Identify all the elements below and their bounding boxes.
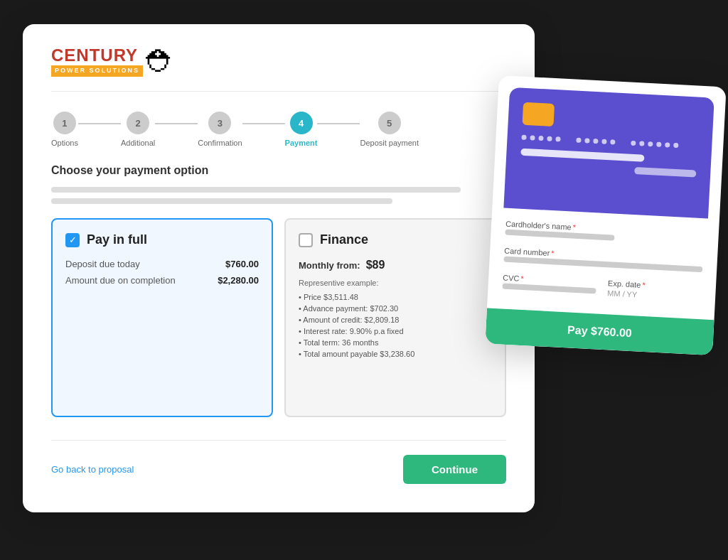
finance-list: Price $3,511.48 Advance payment: $702.30… <box>299 291 492 360</box>
step-3-label: Confirmation <box>198 139 242 147</box>
pay-in-full-checkbox[interactable]: ✓ <box>65 233 80 247</box>
payment-card-overlay: Cardholder's name * Card number * CVC * <box>485 75 726 355</box>
step-5-circle: 5 <box>378 112 401 134</box>
step-2[interactable]: 2 Additional <box>121 112 155 147</box>
card-form: Cardholder's name * Card number * CVC * <box>488 208 719 309</box>
connector-3-4 <box>242 123 285 124</box>
finance-item-5: Total amount payable $3,238.60 <box>299 348 492 360</box>
finance-item-3: Interest rate: 9.90% p.a fixed <box>299 325 492 337</box>
deposit-amount: $760.00 <box>225 259 259 269</box>
cvc-exp-row: CVC * Exp. date * MM / YY <box>502 274 702 308</box>
deposit-label: Deposit due today <box>65 259 140 269</box>
finance-header: Finance <box>299 232 492 247</box>
cvc-required: * <box>520 274 524 283</box>
step-5-label: Deposit payment <box>360 139 419 147</box>
step-3-circle: 3 <box>208 112 231 134</box>
finance-item-4: Total term: 36 months <box>299 337 492 348</box>
step-5[interactable]: 5 Deposit payment <box>360 112 419 147</box>
card-dots-row <box>521 135 697 149</box>
back-link[interactable]: Go back to proposal <box>51 464 134 475</box>
connector-4-5 <box>317 123 360 124</box>
pay-in-full-header: ✓ Pay in full <box>65 232 259 247</box>
exp-field: Exp. date * MM / YY <box>607 279 702 308</box>
helmet-icon: ⛑ <box>146 47 176 77</box>
step-2-circle: 2 <box>127 112 149 134</box>
logo-container: CENTURY POWER SOLUTIONS ⛑ <box>51 47 176 77</box>
logo-century: CENTURY <box>51 47 143 64</box>
step-4-circle: 4 <box>290 112 313 134</box>
finance-option[interactable]: Finance Monthly from: $89 Representive e… <box>284 218 506 417</box>
main-card: CENTURY POWER SOLUTIONS ⛑ 1 Options 2 Ad… <box>23 24 535 512</box>
logo-area: CENTURY POWER SOLUTIONS ⛑ <box>51 47 506 92</box>
payment-options: ✓ Pay in full Deposit due today $760.00 … <box>51 218 506 417</box>
step-1-circle: 1 <box>53 112 76 134</box>
cvc-field: CVC * <box>502 274 597 303</box>
step-1[interactable]: 1 Options <box>51 112 78 147</box>
bottom-bar: Go back to proposal Continue <box>51 440 506 484</box>
completion-amount: $2,280.00 <box>218 275 259 286</box>
deposit-row: Deposit due today $760.00 <box>65 259 259 269</box>
finance-item-2: Amount of credit: $2,809.18 <box>299 314 492 325</box>
step-1-label: Options <box>51 139 78 147</box>
placeholder-lines <box>51 187 506 204</box>
step-4-label: Payment <box>285 139 318 147</box>
section-title: Choose your payment option <box>51 164 506 177</box>
step-3[interactable]: 3 Confirmation <box>198 112 242 147</box>
card-chip <box>523 102 555 126</box>
finance-checkbox[interactable] <box>299 233 313 247</box>
placeholder-line-1 <box>51 187 461 193</box>
connector-2-3 <box>155 123 198 124</box>
card-number-required: * <box>551 249 555 257</box>
logo-power: POWER SOLUTIONS <box>51 65 143 77</box>
pay-in-full-option[interactable]: ✓ Pay in full Deposit due today $760.00 … <box>51 218 273 417</box>
finance-monthly-row: Monthly from: $89 <box>299 259 492 271</box>
card-strip-short <box>634 167 696 178</box>
step-2-label: Additional <box>121 139 155 147</box>
logo-left: CENTURY POWER SOLUTIONS <box>51 47 143 77</box>
card-strip-long <box>520 149 644 162</box>
step-4[interactable]: 4 Payment <box>285 112 318 147</box>
cardholder-required: * <box>572 223 576 232</box>
completion-label: Amount due on completion <box>65 275 176 286</box>
monthly-amount: $89 <box>366 259 385 271</box>
connector-1-2 <box>78 123 121 124</box>
completion-row: Amount due on completion $2,280.00 <box>65 275 259 286</box>
monthly-label: Monthly from: <box>299 260 360 271</box>
steps-container: 1 Options 2 Additional 3 Confirmation 4 … <box>51 112 506 147</box>
credit-card-visual <box>503 87 714 219</box>
finance-item-1: Advance payment: $702.30 <box>299 303 492 314</box>
placeholder-line-2 <box>51 198 392 204</box>
exp-required: * <box>642 281 646 289</box>
continue-button[interactable]: Continue <box>403 455 506 484</box>
finance-title: Finance <box>320 232 368 247</box>
pay-in-full-title: Pay in full <box>87 232 147 247</box>
finance-example-label: Representive example: <box>299 279 492 287</box>
finance-item-0: Price $3,511.48 <box>299 291 492 303</box>
